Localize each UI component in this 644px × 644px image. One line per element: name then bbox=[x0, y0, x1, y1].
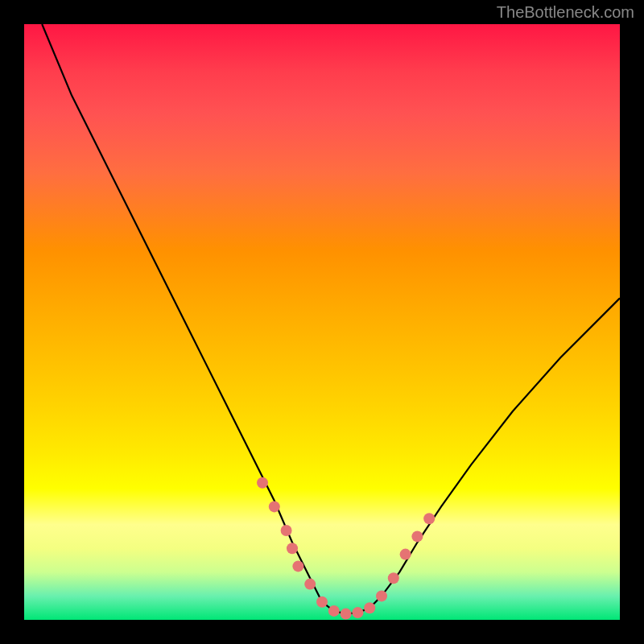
marker-point bbox=[341, 609, 352, 620]
marker-point bbox=[423, 513, 435, 524]
marker-group bbox=[257, 477, 435, 620]
chart-plot-area bbox=[24, 24, 620, 620]
marker-point bbox=[292, 560, 303, 572]
marker-point bbox=[411, 530, 423, 542]
chart-svg-overlay bbox=[24, 24, 620, 620]
marker-point bbox=[287, 543, 298, 554]
marker-point bbox=[257, 477, 268, 489]
marker-point bbox=[281, 525, 292, 536]
marker-point bbox=[388, 572, 399, 584]
marker-point bbox=[364, 602, 375, 613]
marker-point bbox=[316, 597, 328, 608]
marker-point bbox=[376, 590, 387, 601]
marker-point bbox=[352, 607, 363, 618]
marker-point bbox=[328, 605, 340, 617]
marker-point bbox=[400, 549, 411, 560]
marker-point bbox=[304, 579, 316, 590]
watermark-text: TheBottleneck.com bbox=[497, 3, 634, 22]
marker-point bbox=[269, 501, 280, 512]
bottleneck-curve-line bbox=[42, 24, 620, 614]
